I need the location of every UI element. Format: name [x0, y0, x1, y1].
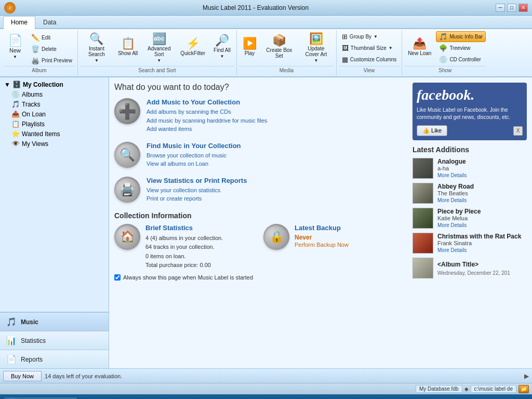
advanced-sort-arrow: ▼ [157, 58, 161, 63]
album-artist-analogue: a-ha [437, 165, 467, 171]
album-link-piece[interactable]: More Details [437, 222, 467, 228]
nav-item-music[interactable]: 🎵 Music [0, 312, 109, 331]
sidebar-item-playlists[interactable]: 📋 Playlists [0, 119, 109, 129]
wanted-icon: ⭐ [11, 130, 20, 138]
tab-home[interactable]: Home [3, 16, 35, 29]
always-show-row: Always show this page when Music Label i… [114, 274, 407, 281]
group-by-button[interactable]: ⊞ Group By ▼ [339, 31, 400, 42]
edit-icon: ✏️ [31, 34, 39, 42]
album-thumb-christmas [413, 233, 433, 254]
ribbon-group-show-content: 📤 New Loan 🎵 Music Info Bar 🌳 Treeview 💿… [404, 31, 486, 66]
update-cover-art-button[interactable]: 🖼️ Update Cover Art ▼ [298, 31, 334, 65]
advanced-sort-button[interactable]: 🔤 Advanced Sort ▼ [142, 31, 176, 65]
ribbon-group-show: 📤 New Loan 🎵 Music Info Bar 🌳 Treeview 💿… [402, 30, 488, 75]
instant-search-arrow: ▼ [95, 58, 99, 63]
sidebar-item-wanted-items[interactable]: ⭐ Wanted Items [0, 129, 109, 139]
sidebar-item-my-collection[interactable]: ▼ 🗄️ My Collection [0, 79, 109, 89]
create-box-set-button[interactable]: 📦 Create Box Set [261, 31, 297, 62]
fb-text: Like Music Label on Facebook. Join the c… [417, 107, 523, 121]
sidebar-nav: 🎵 Music 📊 Statistics 📄 Reports [0, 312, 109, 368]
tab-data[interactable]: Data [35, 16, 64, 28]
maximize-btn[interactable]: □ [507, 4, 516, 12]
fb-bottom: 👍 Like X [417, 125, 523, 136]
close-btn[interactable]: ✕ [518, 4, 528, 12]
ribbon-tabs: Home Data [0, 16, 532, 29]
show-group-label: Show [404, 66, 486, 74]
brief-stats-block: 🏠 Brief Statistics 4 (4) albums in your … [114, 224, 258, 270]
minimize-btn[interactable]: ─ [496, 4, 505, 12]
add-music-link-1[interactable]: Add music by scanning harddrive for musi… [147, 116, 267, 125]
customize-columns-button[interactable]: ▦ Customize Columns [339, 54, 400, 65]
album-link-analogue[interactable]: More Details [437, 172, 467, 178]
album-link-abbey-road[interactable]: More Details [437, 197, 467, 203]
delete-button[interactable]: 🗑️ Delete [28, 44, 75, 55]
backup-title: Latest Backup [295, 224, 349, 232]
stat-line-2: 0 items on loan. [145, 252, 223, 261]
fb-like-button[interactable]: 👍 Like [417, 125, 447, 136]
add-music-content: Add Music to Your Collection Add albums … [147, 98, 267, 134]
show-all-button[interactable]: 📋 Show All [114, 31, 141, 62]
sidebar-item-my-views[interactable]: 👁️ My Views [0, 139, 109, 149]
brief-stats-icon: 🏠 [114, 224, 140, 250]
advanced-sort-label: Advanced Sort [146, 46, 172, 57]
quickfilter-button[interactable]: ⚡ QuickFilter [177, 31, 209, 62]
show-all-icon: 📋 [121, 38, 135, 49]
view-small-btns: ⊞ Group By ▼ 🖼 Thumbnail Size ▼ ▦ Custom… [339, 31, 400, 65]
add-music-link-0[interactable]: Add albums by scanning the CDs [147, 108, 267, 116]
fb-close-button[interactable]: X [513, 126, 523, 136]
find-music-link-0[interactable]: Browse your collection of music [147, 151, 241, 160]
print-icon: 🖨️ [31, 57, 39, 64]
album-title-unknown: <Album Title> [437, 261, 510, 268]
music-nav-icon: 🎵 [6, 317, 17, 327]
statistics-link-0[interactable]: View your collection statistics [147, 186, 247, 195]
find-music-icon: 🔍 [114, 142, 140, 168]
always-show-checkbox[interactable] [114, 274, 121, 281]
find-music-title: Find Music in Your Collection [147, 142, 241, 150]
sidebar: ▼ 🗄️ My Collection 💿 Albums 🎵 Tracks 📤 O… [0, 77, 109, 368]
collection-icon: 🗄️ [12, 81, 21, 88]
find-music-content: Find Music in Your Collection Browse you… [147, 142, 241, 168]
action-find-music: 🔍 Find Music in Your Collection Browse y… [114, 142, 407, 168]
collection-label: My Collection [23, 81, 63, 88]
playlists-icon: 📋 [11, 120, 20, 128]
perform-backup-link[interactable]: Perform Backup Now [295, 242, 349, 248]
latest-item-2: Piece by Piece Katie Melua More Details [413, 208, 527, 229]
on-loan-icon: 📤 [11, 110, 20, 118]
nav-item-statistics[interactable]: 📊 Statistics [0, 331, 109, 350]
music-info-bar-button[interactable]: 🎵 Music Info Bar [436, 31, 486, 42]
cd-controller-button[interactable]: 💿 CD Controller [436, 54, 486, 65]
find-music-link-1[interactable]: View all albums on Loan [147, 159, 241, 168]
title-bar-left: ♪ [4, 2, 16, 14]
new-loan-button[interactable]: 📤 New Loan [404, 31, 435, 62]
thumbnail-size-button[interactable]: 🖼 Thumbnail Size ▼ [339, 43, 400, 54]
album-link-christmas[interactable]: More Details [437, 247, 467, 253]
sidebar-item-tracks[interactable]: 🎵 Tracks [0, 99, 109, 109]
brief-stats-title: Brief Statistics [145, 224, 223, 232]
ribbon-group-view: ⊞ Group By ▼ 🖼 Thumbnail Size ▼ ▦ Custom… [337, 30, 402, 75]
sidebar-item-albums[interactable]: 💿 Albums [0, 89, 109, 99]
nav-item-reports[interactable]: 📄 Reports [0, 350, 109, 368]
new-button[interactable]: 📄 New ▼ [3, 31, 27, 62]
find-all-button[interactable]: 🔎 Find All ▼ [210, 31, 234, 62]
group-by-label: Group By [350, 34, 371, 39]
instant-search-button[interactable]: 🔍 Instant Search ▼ [80, 31, 113, 65]
edit-button[interactable]: ✏️ Edit [28, 32, 75, 43]
treeview-button[interactable]: 🌳 Treeview [436, 43, 486, 54]
album-info-christmas: Christmas with the Rat Pack Frank Sinatr… [437, 233, 521, 254]
media-group-label: Media [239, 66, 334, 74]
bottom-arrow-right[interactable]: ▶ [521, 373, 532, 380]
print-preview-button[interactable]: 🖨️ Print Preview [28, 55, 75, 66]
collection-info-title: Collection Information [114, 211, 407, 220]
play-button[interactable]: ▶️ Play [239, 31, 260, 62]
stat-line-1: 64 tracks in your collection. [145, 243, 223, 252]
show-small-btns: 🎵 Music Info Bar 🌳 Treeview 💿 CD Control… [436, 31, 486, 65]
status-icon-btn[interactable]: 📁 [518, 385, 529, 393]
sidebar-item-on-loan[interactable]: 📤 On Loan [0, 109, 109, 119]
collapse-icon: ▼ [4, 81, 10, 88]
stat-line-3: Total purchase price: 0.00 [145, 261, 223, 270]
statistics-link-1[interactable]: Print or create reports [147, 194, 247, 203]
eval-text: 14 days left of your evaluation. [45, 373, 122, 379]
ribbon-toolbar: 📄 New ▼ ✏️ Edit 🗑️ Delete 🖨️ Print Previ… [0, 29, 532, 77]
add-music-link-2[interactable]: Add wanted items [147, 125, 267, 134]
buy-now-button[interactable]: Buy Now [3, 371, 42, 381]
